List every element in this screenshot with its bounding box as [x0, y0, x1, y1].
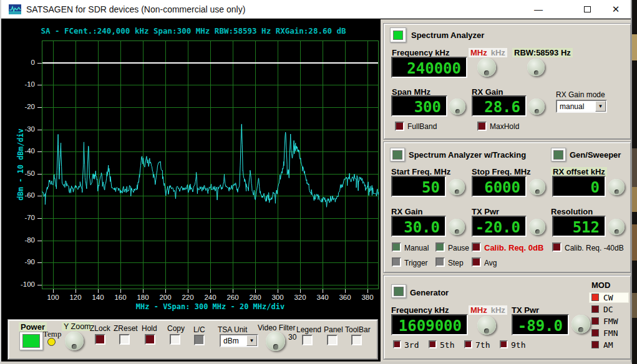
gen-sweeper-indicator[interactable]: [551, 148, 566, 161]
spectrum-display[interactable]: SA - FCent.:240,000 kHz Span:300 MHz RBW…: [6, 21, 381, 318]
pause-checkbox[interactable]: [435, 242, 445, 252]
dropdown-arrow-icon[interactable]: ▼: [595, 101, 606, 112]
mod-cw-radio[interactable]: [591, 294, 599, 301]
close-button[interactable]: ✕: [601, 0, 630, 19]
unit-khz[interactable]: kHz: [491, 48, 505, 57]
calib-40db-checkbox[interactable]: [552, 242, 562, 252]
calib-0db-checkbox[interactable]: [472, 242, 481, 252]
power-button[interactable]: [19, 332, 43, 350]
harmonic-5th-label: 5th: [440, 340, 454, 350]
fullband-checkbox[interactable]: [395, 122, 404, 131]
harmonic-3rd-checkbox[interactable]: [393, 340, 401, 348]
stop-freq-display[interactable]: 6000: [472, 176, 527, 197]
y-tick-label: -20: [9, 103, 35, 110]
spectrum-analyzer-indicator[interactable]: [390, 27, 406, 42]
zlock-label: ZLock: [90, 324, 110, 333]
gen-tx-pwr-knob[interactable]: [571, 315, 590, 333]
frequency-unit-toggle[interactable]: MHzkHz: [469, 48, 507, 57]
rx-gain-knob[interactable]: [528, 98, 545, 115]
gen-frequency-display[interactable]: 1609000: [391, 314, 468, 335]
minimize-button[interactable]: —: [524, 0, 553, 19]
frequency-knob[interactable]: [477, 58, 496, 77]
rx-gain2-display[interactable]: 30.0: [391, 216, 446, 237]
mod-option-dc[interactable]: DC: [590, 305, 628, 314]
tracking-indicator[interactable]: [390, 148, 405, 161]
avg-checkbox[interactable]: [472, 257, 481, 267]
lc-checkbox[interactable]: [194, 335, 205, 345]
trigger-checkbox[interactable]: [392, 257, 401, 267]
dropdown-arrow-icon[interactable]: ▼: [246, 335, 257, 346]
gen-frequency-knob[interactable]: [477, 316, 496, 335]
maxhold-label: MaxHold: [490, 122, 519, 131]
video-filter-knob[interactable]: [266, 332, 285, 351]
y-zoom-knob[interactable]: [65, 332, 84, 350]
resolution-display[interactable]: 512: [552, 216, 606, 237]
harmonic-5th-checkbox[interactable]: [429, 340, 437, 348]
desktop-icon-fragment: [632, 187, 637, 212]
harmonic-7th-checkbox[interactable]: [464, 340, 472, 348]
panel-checkbox[interactable]: [327, 335, 338, 345]
toolbar-checkbox[interactable]: [351, 335, 362, 345]
step-checkbox[interactable]: [435, 257, 445, 267]
tx-pwr-display[interactable]: -20.0: [472, 216, 527, 237]
resolution-knob[interactable]: [608, 219, 625, 235]
start-freq-display[interactable]: 50: [391, 176, 446, 197]
x-tick-label: 240: [200, 294, 221, 301]
zreset-checkbox[interactable]: [119, 334, 130, 345]
gen-tx-pwr-display[interactable]: -89.0: [512, 314, 569, 335]
hold-checkbox[interactable]: [145, 334, 155, 345]
x-tick-mark: [53, 289, 54, 293]
mod-fmw-radio[interactable]: [591, 317, 599, 325]
mod-option-cw[interactable]: CW: [590, 293, 628, 302]
mod-section-label: MOD: [591, 280, 610, 290]
mod-option-fmw[interactable]: FMW: [590, 317, 628, 326]
rx-offset-display[interactable]: 0: [552, 176, 606, 197]
spectrum-plot-area[interactable]: [42, 41, 379, 289]
manual-checkbox[interactable]: [392, 242, 401, 252]
tx-pwr-knob[interactable]: [529, 219, 545, 235]
unit-mhz[interactable]: MHz: [470, 48, 487, 57]
span-display[interactable]: 300: [391, 95, 447, 117]
maxhold-checkbox[interactable]: [477, 122, 487, 131]
rbw-knob[interactable]: [527, 59, 545, 76]
mod-am-radio[interactable]: [591, 341, 599, 348]
desktop-icon-fragment: [632, 148, 637, 187]
title-bar[interactable]: SATSAGEN for SDR devices (Non-commercial…: [1, 0, 631, 19]
y-tick-mark: [37, 151, 42, 152]
span-knob[interactable]: [449, 98, 465, 115]
legend-checkbox[interactable]: [302, 335, 313, 345]
tx-pwr-label: TX Pwr: [472, 207, 499, 216]
copy-checkbox[interactable]: [170, 334, 180, 345]
rx-gain-display[interactable]: 28.6: [472, 95, 527, 117]
mod-cw-label: CW: [603, 293, 613, 302]
mod-option-fmn[interactable]: FMN: [590, 328, 628, 338]
desktop-icon-fragment: [632, 224, 637, 261]
x-tick-mark: [210, 289, 211, 293]
mod-dc-radio[interactable]: [591, 305, 599, 313]
y-axis-title: dBm - 10 dBm/div: [16, 115, 25, 214]
rx-gain2-knob[interactable]: [449, 219, 465, 235]
maximize-button[interactable]: [573, 0, 601, 19]
mod-fmn-radio[interactable]: [591, 329, 599, 337]
rx-gain2-label: RX Gain: [391, 207, 423, 216]
rx-gain-mode-select[interactable]: manual ▼: [556, 100, 607, 113]
indicator-light-off: [394, 287, 404, 296]
stop-freq-knob[interactable]: [529, 179, 545, 195]
x-tick-label: 180: [132, 294, 153, 301]
x-tick-label: 280: [245, 294, 266, 301]
gen-frequency-unit-toggle[interactable]: MHzkHz: [469, 305, 507, 315]
mod-option-am[interactable]: AM: [590, 340, 628, 350]
tsa-unit-value: dBm: [223, 337, 239, 345]
unit-khz[interactable]: kHz: [491, 305, 505, 315]
indicator-light-on: [393, 31, 403, 40]
rx-offset-knob[interactable]: [608, 179, 625, 195]
harmonic-9th-checkbox[interactable]: [500, 340, 508, 348]
tsa-unit-select[interactable]: dBm ▼: [220, 334, 258, 347]
zlock-checkbox[interactable]: [95, 334, 105, 345]
start-freq-knob[interactable]: [449, 179, 465, 195]
unit-mhz[interactable]: MHz: [470, 305, 487, 315]
gen-frequency-label: Frequency kHz: [391, 305, 449, 315]
frequency-display[interactable]: 240000: [391, 57, 467, 78]
x-tick-mark: [98, 289, 99, 293]
generator-indicator[interactable]: [391, 284, 406, 298]
